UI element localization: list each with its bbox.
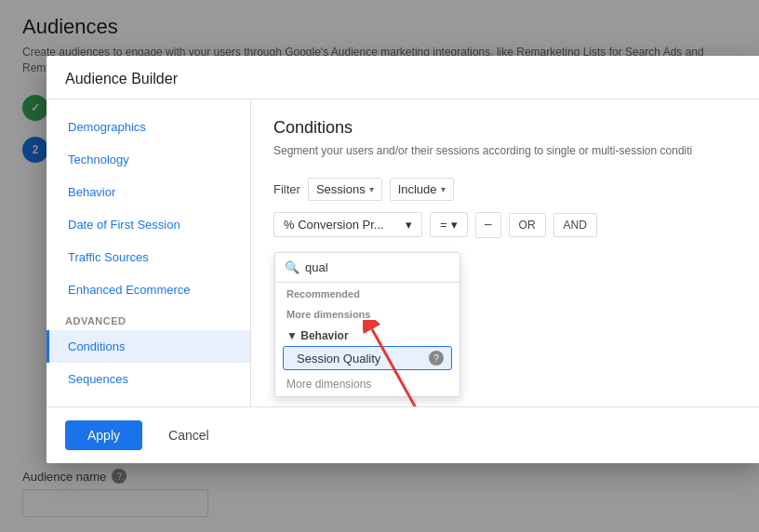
- svg-line-1: [372, 329, 419, 406]
- include-select[interactable]: Include ▾: [390, 178, 454, 201]
- and-button[interactable]: AND: [553, 213, 597, 237]
- content-desc: Segment your users and/or their sessions…: [273, 143, 740, 159]
- sidebar-item-sequences[interactable]: Sequences: [47, 363, 250, 395]
- modal-footer: Apply Cancel: [47, 406, 759, 463]
- or-button[interactable]: OR: [509, 213, 546, 237]
- apply-button[interactable]: Apply: [65, 420, 142, 450]
- red-arrow-indicator: [363, 320, 437, 406]
- content-title: Conditions: [273, 118, 740, 138]
- modal-body: Demographics Technology Behavior Date of…: [47, 100, 759, 406]
- modal-main-content: Conditions Segment your users and/or the…: [251, 100, 759, 406]
- search-icon: 🔍: [285, 260, 300, 274]
- dropdown-search-container: 🔍: [275, 253, 459, 283]
- advanced-section-label: Advanced: [47, 306, 250, 330]
- dropdown-search-input[interactable]: [305, 260, 450, 274]
- modal-header: Audience Builder: [47, 56, 759, 100]
- condition-operator-dropdown[interactable]: = ▾: [430, 212, 468, 237]
- sidebar-item-demographics[interactable]: Demographics: [47, 111, 250, 143]
- sidebar-item-behavior[interactable]: Behavior: [47, 176, 250, 208]
- cancel-button[interactable]: Cancel: [153, 420, 224, 450]
- sidebar-item-enhanced-ecommerce[interactable]: Enhanced Ecommerce: [47, 273, 250, 306]
- condition-field-dropdown[interactable]: % Conversion Pr... ▾ 🔍 Recommended More …: [273, 212, 422, 237]
- sessions-select[interactable]: Sessions ▾: [308, 178, 382, 201]
- remove-condition-button[interactable]: −: [475, 212, 501, 238]
- recommended-label: Recommended: [275, 283, 459, 303]
- sidebar-item-traffic-sources[interactable]: Traffic Sources: [47, 241, 250, 273]
- sidebar-item-technology[interactable]: Technology: [47, 143, 250, 176]
- modal-sidebar: Demographics Technology Behavior Date of…: [47, 100, 251, 406]
- filter-bar: Filter Sessions ▾ Include ▾: [273, 178, 740, 201]
- sidebar-item-date-of-first-session[interactable]: Date of First Session: [47, 208, 250, 241]
- audience-builder-modal: Audience Builder Demographics Technology…: [47, 56, 759, 463]
- sidebar-item-conditions[interactable]: Conditions: [47, 330, 250, 363]
- filter-label: Filter: [273, 182, 300, 196]
- condition-row: % Conversion Pr... ▾ 🔍 Recommended More …: [273, 212, 740, 238]
